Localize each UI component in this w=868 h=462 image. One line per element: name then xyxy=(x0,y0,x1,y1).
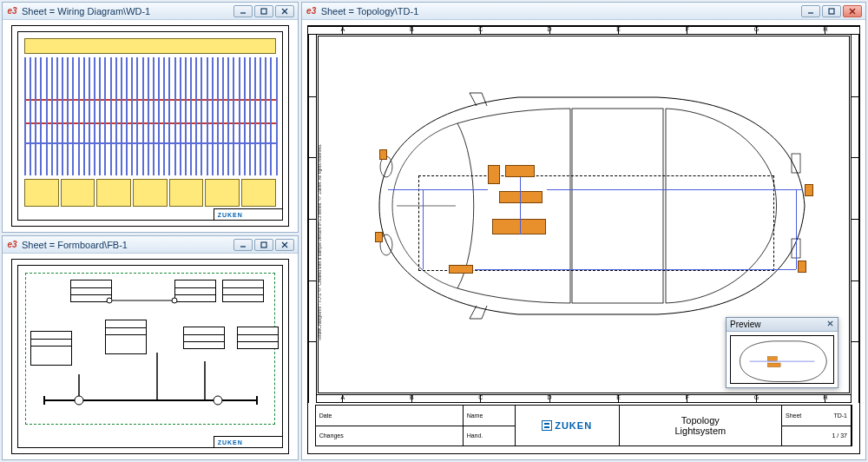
wiring-conductor xyxy=(78,57,80,175)
preview-titlebar[interactable]: Preview xyxy=(727,318,838,332)
ruler-tick: A xyxy=(342,395,343,402)
wiring-conductor xyxy=(121,57,122,175)
formboard-canvas[interactable]: ZUKEN xyxy=(3,254,298,459)
side-note: RouteChangeInfo : TD-1 © Created with a … xyxy=(317,45,329,340)
svg-rect-1 xyxy=(261,9,266,14)
ruler-tick xyxy=(309,96,316,97)
wiring-sheet-frame: ZUKEN xyxy=(11,25,289,227)
titlebar-topology[interactable]: e3 Sheet = Topology\TD-1 xyxy=(302,3,865,20)
ruler-tick xyxy=(852,219,858,220)
close-button[interactable] xyxy=(843,5,862,17)
svg-point-18 xyxy=(214,396,222,405)
titlebar-formboard[interactable]: e3 Sheet = Formboard\FB-1 xyxy=(3,236,298,254)
wiring-top-band xyxy=(24,38,276,54)
topology-canvas[interactable]: ABCDEFGH ABCDEFGH RouteChangeInfo : TD-1… xyxy=(302,20,865,459)
wiring-conductor xyxy=(83,57,85,175)
topology-component[interactable] xyxy=(449,265,473,274)
wiring-conductor xyxy=(190,57,192,175)
topology-component[interactable] xyxy=(488,165,500,184)
ruler-top: ABCDEFGH xyxy=(308,26,859,35)
wiring-conductor xyxy=(227,57,229,175)
topology-component[interactable] xyxy=(798,261,806,273)
preview-close-icon[interactable] xyxy=(826,320,834,329)
ruler-tick: D xyxy=(549,27,550,34)
maximize-button[interactable] xyxy=(254,5,273,17)
wiring-canvas[interactable]: ZUKEN xyxy=(3,20,298,232)
preview-window[interactable]: Preview xyxy=(726,317,838,388)
logo-text: ZUKEN xyxy=(218,212,243,218)
topology-title-strip: Date Changes Name Hand. ZUKEN Topology xyxy=(315,405,852,446)
wiring-conductor xyxy=(46,57,48,175)
topology-component[interactable] xyxy=(375,232,383,242)
formboard-sheet-frame: ZUKEN xyxy=(11,259,289,454)
close-button[interactable] xyxy=(275,239,294,251)
wiring-wire-grid xyxy=(24,57,276,175)
wiring-conductor xyxy=(62,57,63,175)
wiring-conductor xyxy=(180,57,181,175)
ruler-tick xyxy=(852,157,858,158)
ruler-tick: G xyxy=(756,27,757,34)
app-icon: e3 xyxy=(6,5,18,17)
wiring-conductor xyxy=(148,57,149,175)
field-label: Name xyxy=(467,412,483,419)
wiring-conductor xyxy=(72,57,74,175)
wiring-conductor xyxy=(163,57,165,175)
minimize-button[interactable] xyxy=(233,239,253,251)
right-column: e3 Sheet = Topology\TD-1 ABCDEFGH ABCDEF… xyxy=(301,2,866,460)
ruler-tick: C xyxy=(480,27,481,34)
topology-component[interactable] xyxy=(805,184,813,196)
wiring-conductor xyxy=(94,57,95,175)
wiring-conductor xyxy=(222,57,224,175)
svg-point-10 xyxy=(172,298,177,303)
wiring-conductor xyxy=(56,57,58,175)
minimize-button[interactable] xyxy=(801,5,820,17)
window-controls xyxy=(801,5,862,17)
window-topology: e3 Sheet = Topology\TD-1 ABCDEFGH ABCDEF… xyxy=(301,2,866,460)
close-button[interactable] xyxy=(275,5,294,17)
ruler-right xyxy=(851,35,859,403)
field-label: Date xyxy=(319,412,332,419)
wiring-conductor xyxy=(51,57,53,175)
topology-component[interactable] xyxy=(499,191,542,203)
wiring-conductor xyxy=(168,57,170,175)
ruler-tick: D xyxy=(549,395,550,402)
field-label: Hand. xyxy=(467,432,483,439)
wiring-conductor xyxy=(126,57,128,175)
window-wiring-diagram: e3 Sheet = Wiring Diagram\WD-1 xyxy=(2,2,299,233)
svg-point-9 xyxy=(107,298,112,303)
title-strip-line2: Lightsystem xyxy=(674,426,726,436)
topology-component[interactable] xyxy=(379,149,387,160)
ruler-tick xyxy=(852,96,858,97)
wiring-conductor xyxy=(207,57,208,175)
wiring-conductor xyxy=(131,57,133,175)
ruler-tick: F xyxy=(687,395,687,402)
wiring-conductor xyxy=(249,57,251,175)
wiring-conductor xyxy=(201,57,202,175)
field-value: TD-1 xyxy=(833,412,847,419)
wiring-conductor xyxy=(185,57,187,175)
minimize-button[interactable] xyxy=(233,5,253,17)
formboard-inner-frame xyxy=(17,265,283,448)
svg-point-17 xyxy=(75,396,83,405)
wiring-conductor xyxy=(30,57,31,175)
wiring-conductor xyxy=(40,57,42,175)
wiring-conductor xyxy=(89,57,90,175)
field-value: 1 / 37 xyxy=(832,432,847,439)
wiring-conductor xyxy=(153,57,155,175)
maximize-button[interactable] xyxy=(822,5,841,17)
maximize-button[interactable] xyxy=(254,239,273,251)
wiring-conductor xyxy=(244,57,246,175)
svg-rect-20 xyxy=(829,9,834,14)
wiring-conductor xyxy=(174,57,176,175)
wiring-conductor xyxy=(195,57,197,175)
ruler-tick: A xyxy=(342,27,343,34)
wiring-conductor xyxy=(233,57,234,175)
ruler-tick: H xyxy=(825,395,825,402)
topology-component[interactable] xyxy=(492,219,546,234)
titlebar-wiring[interactable]: e3 Sheet = Wiring Diagram\WD-1 xyxy=(3,3,298,20)
formboard-harness xyxy=(18,266,282,447)
ruler-tick: H xyxy=(825,27,825,34)
ruler-tick xyxy=(852,341,858,342)
topology-component[interactable] xyxy=(505,165,535,177)
ruler-tick: B xyxy=(411,27,412,34)
